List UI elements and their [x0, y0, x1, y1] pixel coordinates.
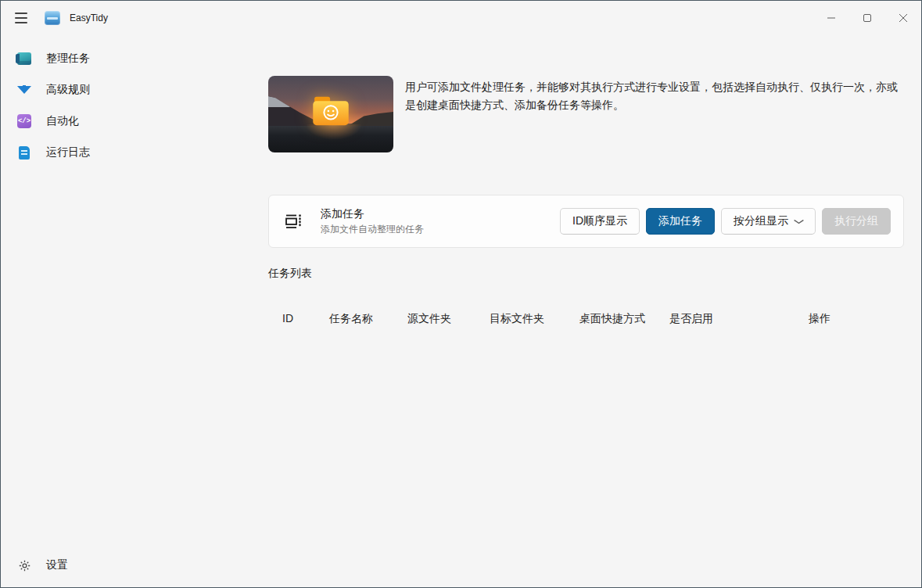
settings-label: 设置 — [46, 558, 68, 572]
sidebar-item-label: 整理任务 — [46, 52, 90, 66]
app-window: EasyTidy 整理任务 高级规则 </> 自动化 — [0, 0, 922, 588]
group-display-dropdown[interactable]: 按分组显示 — [721, 208, 816, 235]
organize-tasks-icon — [16, 51, 32, 66]
group-display-label: 按分组显示 — [734, 214, 788, 228]
smiley-folder-icon — [311, 95, 350, 127]
column-header-id: ID — [282, 312, 329, 326]
main-content: 用户可添加文件处理任务，并能够对其执行方式进行专业设置，包括选择自动执行、仅执行… — [268, 35, 921, 587]
sidebar-item-organize-tasks[interactable]: 整理任务 — [4, 43, 265, 74]
log-icon — [16, 145, 32, 160]
column-header-source-folder: 源文件夹 — [407, 312, 490, 326]
feature-illustration-image — [268, 76, 393, 152]
column-header-target-folder: 目标文件夹 — [490, 312, 579, 326]
add-task-card: 添加任务 添加文件自动整理的任务 ID顺序显示 添加任务 按分组显示 执行分组 — [268, 195, 904, 248]
add-task-button[interactable]: 添加任务 — [646, 208, 715, 235]
sidebar-item-run-log[interactable]: 运行日志 — [4, 137, 265, 168]
sidebar-item-advanced-rules[interactable]: 高级规则 — [4, 74, 265, 106]
column-header-desktop-shortcut: 桌面快捷方式 — [579, 312, 669, 326]
sidebar: 整理任务 高级规则 </> 自动化 运行日志 — [1, 35, 268, 587]
sidebar-item-label: 自动化 — [46, 114, 79, 128]
app-logo-icon — [45, 11, 60, 25]
hamburger-menu-button[interactable] — [5, 5, 37, 31]
task-list-label: 任务列表 — [268, 267, 904, 281]
task-table-header: ID 任务名称 源文件夹 目标文件夹 桌面快捷方式 是否启用 操作 — [268, 312, 904, 326]
chevron-down-icon — [793, 219, 804, 224]
maximize-button[interactable] — [849, 5, 885, 31]
feature-description: 用户可添加文件处理任务，并能够对其执行方式进行专业设置，包括选择自动执行、仅执行… — [405, 76, 904, 152]
execute-group-button: 执行分组 — [822, 208, 891, 235]
minimize-button[interactable] — [813, 5, 849, 31]
title-bar: EasyTidy — [1, 1, 921, 35]
sidebar-item-label: 高级规则 — [46, 83, 90, 97]
card-subtitle: 添加文件自动整理的任务 — [321, 223, 424, 236]
card-title: 添加任务 — [321, 207, 424, 221]
close-button[interactable] — [885, 5, 921, 31]
sidebar-item-label: 运行日志 — [46, 145, 90, 160]
sidebar-item-automation[interactable]: </> 自动化 — [4, 106, 265, 137]
filter-icon — [16, 82, 32, 98]
column-header-actions: 操作 — [809, 312, 904, 326]
code-icon: </> — [16, 113, 32, 129]
app-title: EasyTidy — [70, 13, 108, 23]
id-order-display-button[interactable]: ID顺序显示 — [560, 208, 640, 235]
sidebar-item-settings[interactable]: 设置 — [4, 550, 265, 581]
column-header-task-name: 任务名称 — [329, 312, 407, 326]
gear-icon — [16, 558, 32, 573]
column-header-enabled: 是否启用 — [669, 312, 809, 326]
task-layout-icon — [283, 211, 303, 231]
